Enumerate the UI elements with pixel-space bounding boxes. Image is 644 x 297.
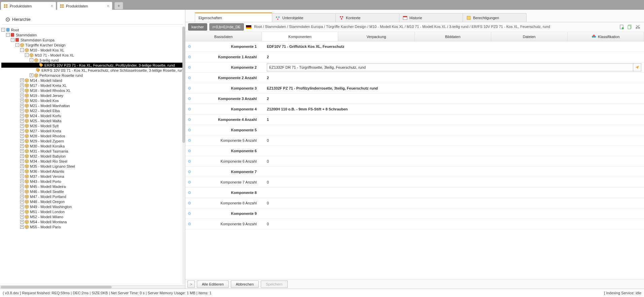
sub-tab-verpackung[interactable]: Verpackung (338, 32, 415, 41)
property-input[interactable]: EZ1332F DR 71 - Türgriffrosette, 3teilig… (267, 63, 633, 71)
tree-node[interactable]: -3-teilig rund (1, 58, 185, 63)
tree-toggle[interactable]: + (20, 185, 24, 188)
tree-node[interactable]: +M28 - Modell Rhodos (1, 133, 185, 138)
tree-toggle[interactable]: + (20, 210, 24, 213)
close-icon[interactable]: ✕ (107, 4, 109, 8)
tree-node[interactable]: +M20 - Modell Kos (1, 98, 185, 103)
tree-node[interactable]: +M54 - Modell Montana (1, 219, 185, 224)
add-tab-button[interactable]: + (114, 2, 123, 9)
tree-toggle[interactable]: + (20, 225, 24, 229)
tree-node[interactable]: +M35 - Modell Lignano Steel (1, 164, 185, 169)
tree-node[interactable]: +M36 - Modell Atlantis (1, 169, 185, 174)
cut-icon[interactable] (635, 24, 641, 30)
collapse-button[interactable]: > (187, 280, 195, 288)
tree-node[interactable]: -Stammdaten Europa (1, 37, 185, 42)
tree-toggle[interactable]: + (20, 139, 24, 143)
tree-toggle[interactable]: - (11, 38, 14, 42)
tree-node[interactable]: +M26 - Modell Sylt (1, 123, 185, 128)
tab-contexts[interactable]: Kontexte (335, 13, 399, 22)
tree-node[interactable]: ER/FS 10V PZ0 71 - Kos XL, Feuerschutz, … (1, 63, 185, 68)
sub-tab-klassifikation[interactable]: Klassifikation (568, 32, 644, 41)
tree-node[interactable]: +M46 - Modell Seattle (1, 189, 185, 194)
tree-node[interactable]: +M17 - Modell Kreta XL (1, 83, 185, 88)
app-tab[interactable]: Produktdaten ✕ (57, 2, 112, 10)
edit-all-button[interactable]: Alle Editieren (197, 280, 229, 288)
tree-node[interactable]: +M48 - Modell Oregon (1, 199, 185, 204)
tree-toggle[interactable]: + (20, 215, 24, 219)
tree-node[interactable]: +M43 - Modell Porto (1, 179, 185, 184)
tree-toggle[interactable]: - (1, 28, 5, 32)
tree-node[interactable]: +Performance Rosette rund (1, 73, 185, 78)
tree-node[interactable]: +M18 - Modell Rhodos XL (1, 88, 185, 93)
tab-permissions[interactable]: Berechtigungen (463, 13, 527, 22)
tree-toggle[interactable]: + (20, 220, 24, 224)
tree-node[interactable]: -Türgriffe Karcher Design (1, 42, 185, 47)
tree-node[interactable]: +M55 - Modell Paris (1, 224, 185, 229)
tree-toggle[interactable]: + (20, 119, 24, 123)
tree-node[interactable]: -M10 - Modell Kos XL (1, 47, 185, 53)
tree-node[interactable]: -M10 71 - Modell Kos XL (1, 53, 185, 58)
tree-toggle[interactable]: + (20, 169, 24, 173)
tree-node[interactable]: +M29 - Modell Zypern (1, 138, 185, 143)
tab-history[interactable]: Historie (399, 13, 463, 22)
tree-node[interactable]: +M31 - Modell Tasmania (1, 148, 185, 154)
vertical-scrollbar[interactable] (182, 27, 185, 285)
gear-icon[interactable] (5, 17, 10, 22)
sub-tab-bilddaten[interactable]: Bilddaten (415, 32, 491, 41)
tree-toggle[interactable]: + (20, 84, 24, 87)
save-button[interactable]: Speichern (261, 280, 288, 288)
tree-node[interactable]: +M32 - Modell Babylon (1, 154, 185, 159)
tab-properties[interactable]: Eigenschaften (195, 13, 272, 22)
tree-node[interactable]: +M24 - Modell Korfu (1, 113, 185, 118)
tree-toggle[interactable]: + (20, 99, 24, 102)
sub-tab-komponenten[interactable]: Komponenten (262, 32, 338, 41)
tree-node[interactable]: -Root (1, 27, 185, 32)
tree-toggle[interactable]: + (20, 164, 24, 168)
tree-toggle[interactable]: - (30, 58, 33, 62)
property-picker-button[interactable] (633, 63, 641, 71)
tree-toggle[interactable]: + (20, 195, 24, 198)
hierarchy-tree[interactable]: -Root-Stammdaten-Stammdaten Europa-Türgr… (0, 26, 185, 285)
tree-toggle[interactable]: + (20, 144, 24, 148)
tree-node[interactable]: ER/FS 10V 0S 71 - Kos XL, Feuerschutz, o… (1, 68, 185, 73)
tree-node[interactable]: +M37 - Modell Verona (1, 174, 185, 179)
tree-toggle[interactable]: - (6, 33, 10, 37)
tree-toggle[interactable]: - (15, 43, 19, 47)
tree-node[interactable]: +M30 - Modell Korsika (1, 143, 185, 148)
tree-node[interactable]: +M47 - Modell Portland (1, 194, 185, 199)
tree-node[interactable]: +M52 - Modell Milano (1, 214, 185, 219)
tree-toggle[interactable]: + (20, 109, 24, 112)
tree-toggle[interactable]: + (20, 89, 24, 92)
close-icon[interactable]: ✕ (50, 4, 53, 8)
locale-chip[interactable]: r=0,b=0,l=de_DE (209, 23, 244, 31)
horizontal-scrollbar[interactable] (0, 285, 185, 289)
tree-toggle[interactable]: + (20, 190, 24, 193)
cancel-button[interactable]: Abbrechen (231, 280, 259, 288)
copy-icon[interactable] (627, 24, 633, 30)
tree-toggle[interactable]: + (20, 124, 24, 128)
tree-toggle[interactable]: + (30, 73, 33, 77)
tree-toggle[interactable]: + (20, 200, 24, 203)
tree-toggle[interactable]: + (20, 114, 24, 118)
tree-toggle[interactable]: + (20, 179, 24, 183)
new-page-icon[interactable] (618, 24, 625, 30)
tree-toggle[interactable]: + (20, 159, 24, 163)
tree-node[interactable]: +M25 - Modell Malta (1, 118, 185, 123)
tree-toggle[interactable]: + (20, 104, 24, 107)
tab-subobjects[interactable]: Unterobjekte (272, 13, 336, 22)
tree-node[interactable]: +M51 - Modell London (1, 209, 185, 214)
tree-node[interactable]: +M14 - Modell Island (1, 78, 185, 83)
tree-toggle[interactable]: - (20, 48, 24, 52)
tree-toggle[interactable]: + (20, 154, 24, 158)
tree-toggle[interactable]: + (20, 174, 24, 178)
tree-node[interactable]: +M49 - Modell Washington (1, 204, 185, 209)
tree-node[interactable]: +M19 - Modell Jersey (1, 93, 185, 98)
tree-toggle[interactable]: - (25, 53, 29, 57)
tree-node[interactable]: +M22 - Modell Elba (1, 108, 185, 113)
tree-node[interactable]: +M34 - Modell Rio Steel (1, 159, 185, 164)
tree-toggle[interactable]: + (20, 134, 24, 138)
tree-toggle[interactable]: + (20, 94, 24, 97)
tenant-chip[interactable]: karcher (188, 23, 207, 31)
tree-toggle[interactable]: + (20, 205, 24, 208)
tree-node[interactable]: +M27 - Modell Kreta (1, 128, 185, 133)
